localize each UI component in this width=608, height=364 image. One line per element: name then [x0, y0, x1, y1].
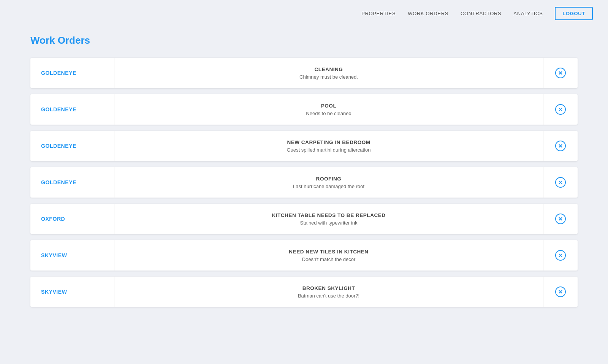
wo-property[interactable]: SKYVIEW: [30, 245, 114, 266]
nav-properties[interactable]: PROPERTIES: [361, 11, 396, 16]
nav-analytics[interactable]: ANALYTICS: [513, 11, 543, 16]
wo-delete-action[interactable]: [543, 286, 578, 297]
wo-info: NEED NEW TILES IN KITCHEN Doesn't match …: [114, 243, 543, 268]
close-icon[interactable]: [555, 68, 566, 78]
wo-property[interactable]: OXFORD: [30, 208, 114, 229]
wo-description: Batman can't use the door?!: [127, 293, 531, 299]
work-order-card: SKYVIEW BROKEN SKYLIGHT Batman can't use…: [30, 277, 578, 307]
wo-description: Last hurricane damaged the roof: [127, 184, 531, 189]
page-title: Work Orders: [30, 35, 578, 46]
wo-title: ROOFING: [127, 176, 531, 182]
work-orders-list: GOLDENEYE CLEANING Chimney must be clean…: [30, 58, 578, 307]
work-order-card: GOLDENEYE POOL Needs to be cleaned: [30, 94, 578, 125]
wo-info: BROKEN SKYLIGHT Batman can't use the doo…: [114, 279, 543, 305]
wo-title: BROKEN SKYLIGHT: [127, 285, 531, 291]
wo-delete-action[interactable]: [543, 214, 578, 224]
page-content: Work Orders GOLDENEYE CLEANING Chimney m…: [0, 27, 608, 322]
wo-title: CLEANING: [127, 66, 531, 72]
wo-property[interactable]: GOLDENEYE: [30, 62, 114, 84]
wo-delete-action[interactable]: [543, 68, 578, 78]
close-icon[interactable]: [555, 286, 566, 297]
logout-button[interactable]: LOGOUT: [555, 7, 593, 20]
wo-title: POOL: [127, 103, 531, 109]
work-order-card: SKYVIEW NEED NEW TILES IN KITCHEN Doesn'…: [30, 240, 578, 271]
wo-description: Chimney must be cleaned.: [127, 74, 531, 80]
wo-title: KITCHEN TABLE NEEDS TO BE REPLACED: [127, 212, 531, 218]
wo-delete-action[interactable]: [543, 177, 578, 188]
wo-title: NEED NEW TILES IN KITCHEN: [127, 249, 531, 255]
close-icon[interactable]: [555, 214, 566, 224]
wo-description: Needs to be cleaned: [127, 111, 531, 116]
wo-info: CLEANING Chimney must be cleaned.: [114, 60, 543, 86]
wo-info: NEW CARPETING IN BEDROOM Guest spilled m…: [114, 133, 543, 159]
wo-description: Stained with typewriter ink: [127, 220, 531, 226]
wo-title: NEW CARPETING IN BEDROOM: [127, 139, 531, 145]
top-nav: PROPERTIES WORK ORDERS CONTRACTORS ANALY…: [0, 0, 608, 27]
close-icon[interactable]: [555, 250, 566, 261]
wo-property[interactable]: GOLDENEYE: [30, 99, 114, 120]
close-icon[interactable]: [555, 104, 566, 115]
work-order-card: GOLDENEYE ROOFING Last hurricane damaged…: [30, 167, 578, 198]
wo-description: Doesn't match the decor: [127, 256, 531, 262]
work-order-card: GOLDENEYE CLEANING Chimney must be clean…: [30, 58, 578, 88]
wo-property[interactable]: GOLDENEYE: [30, 135, 114, 157]
wo-info: POOL Needs to be cleaned: [114, 97, 543, 122]
wo-delete-action[interactable]: [543, 104, 578, 115]
wo-delete-action[interactable]: [543, 250, 578, 261]
close-icon[interactable]: [555, 177, 566, 188]
wo-info: ROOFING Last hurricane damaged the roof: [114, 170, 543, 195]
close-icon[interactable]: [555, 141, 566, 151]
wo-description: Guest spilled martini during altercation: [127, 147, 531, 153]
work-order-card: OXFORD KITCHEN TABLE NEEDS TO BE REPLACE…: [30, 204, 578, 234]
wo-property[interactable]: GOLDENEYE: [30, 172, 114, 193]
work-order-card: GOLDENEYE NEW CARPETING IN BEDROOM Guest…: [30, 131, 578, 161]
wo-delete-action[interactable]: [543, 141, 578, 151]
nav-contractors[interactable]: CONTRACTORS: [461, 11, 501, 16]
nav-work-orders[interactable]: WORK ORDERS: [408, 11, 448, 16]
wo-property[interactable]: SKYVIEW: [30, 281, 114, 302]
wo-info: KITCHEN TABLE NEEDS TO BE REPLACED Stain…: [114, 206, 543, 232]
